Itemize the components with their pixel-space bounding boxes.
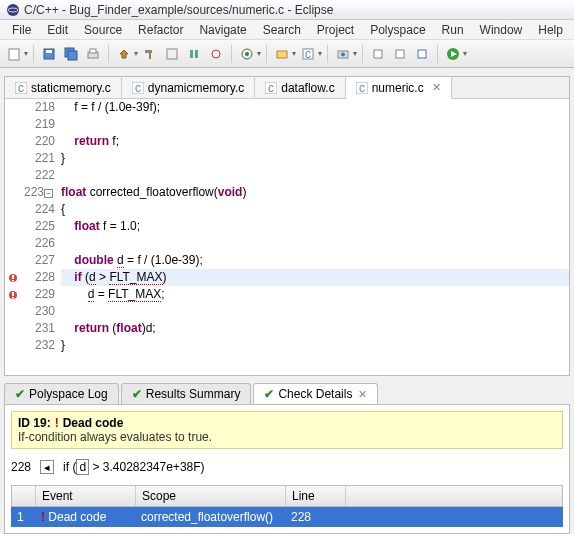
c-file-icon: c <box>15 82 27 94</box>
save-button[interactable] <box>39 44 59 64</box>
menu-file[interactable]: File <box>4 21 39 39</box>
tab-dataflow[interactable]: c dataflow.c <box>255 77 345 98</box>
line-number-gutter: 218219220221222223−224225226227228229230… <box>21 99 61 375</box>
svg-text:c: c <box>18 82 24 94</box>
check-details-content: ID 19: ! Dead code If-condition always e… <box>4 404 570 534</box>
menubar: File Edit Source Refactor Navigate Searc… <box>0 20 574 40</box>
svg-rect-24 <box>418 50 426 58</box>
results-table-header: Event Scope Line <box>11 485 563 507</box>
svg-rect-8 <box>90 49 96 53</box>
code-lines[interactable]: f = f / (1.0e-39f); return f;}float corr… <box>61 99 569 375</box>
close-icon[interactable]: ✕ <box>432 81 441 94</box>
svg-rect-38 <box>12 292 14 296</box>
svg-rect-23 <box>396 50 404 58</box>
cell-n: 1 <box>11 507 35 527</box>
check-icon: ✔ <box>132 387 142 401</box>
toolbar-btn-7[interactable] <box>412 44 432 64</box>
svg-rect-2 <box>9 49 19 60</box>
eclipse-icon <box>6 3 20 17</box>
svg-rect-12 <box>190 50 193 58</box>
error-icon: ! <box>55 416 59 430</box>
svg-text:c: c <box>359 82 365 94</box>
toolbar-btn-6[interactable] <box>390 44 410 64</box>
cell-scope: corrected_floatoverflow() <box>135 507 285 527</box>
folder-icon[interactable] <box>272 44 292 64</box>
tab-label: numeric.c <box>372 81 424 95</box>
menu-project[interactable]: Project <box>309 21 362 39</box>
svg-rect-10 <box>149 52 151 59</box>
menu-window[interactable]: Window <box>472 21 531 39</box>
print-button[interactable] <box>83 44 103 64</box>
detail-boxed: d <box>76 459 89 475</box>
bottom-panel: ✔ Polyspace Log ✔ Results Summary ✔ Chec… <box>4 380 570 534</box>
detail-line-num: 228 <box>11 460 31 474</box>
c-file-icon: c <box>356 82 368 94</box>
menu-source[interactable]: Source <box>76 21 130 39</box>
toolbar-btn-5[interactable] <box>368 44 388 64</box>
tab-dynamicmemory[interactable]: c dynamicmemory.c <box>122 77 255 98</box>
toolbar-btn-2[interactable] <box>184 44 204 64</box>
menu-help[interactable]: Help <box>530 21 571 39</box>
tab-label: dynamicmemory.c <box>148 81 244 95</box>
hammer-icon[interactable] <box>140 44 160 64</box>
check-title: Dead code <box>63 416 124 430</box>
tab-label: Polyspace Log <box>29 387 108 401</box>
col-event[interactable]: Event <box>36 486 136 506</box>
id-label: ID 19: <box>18 416 51 430</box>
detail-post: > 3.40282347e+38F) <box>89 460 204 474</box>
col-scope[interactable]: Scope <box>136 486 286 506</box>
col-line[interactable]: Line <box>286 486 346 506</box>
menu-navigate[interactable]: Navigate <box>191 21 254 39</box>
tab-label: dataflow.c <box>281 81 334 95</box>
svg-text:c: c <box>135 82 141 94</box>
check-icon: ✔ <box>264 387 274 401</box>
editor-area: c staticmemory.c c dynamicmemory.c c dat… <box>4 76 570 376</box>
svg-rect-17 <box>277 51 287 58</box>
svg-text:c: c <box>268 82 274 94</box>
toolbar-btn-4[interactable]: c <box>298 44 318 64</box>
titlebar: C/C++ - Bug_Finder_example/sources/numer… <box>0 0 574 20</box>
warning-subtitle: If-condition always evaluates to true. <box>18 430 556 444</box>
menu-edit[interactable]: Edit <box>39 21 76 39</box>
build-button[interactable] <box>114 44 134 64</box>
tab-polyspace-log[interactable]: ✔ Polyspace Log <box>4 383 119 404</box>
menu-run[interactable]: Run <box>434 21 472 39</box>
svg-rect-39 <box>12 297 14 299</box>
menu-refactor[interactable]: Refactor <box>130 21 191 39</box>
camera-icon[interactable] <box>333 44 353 64</box>
cell-line: 228 <box>285 507 345 527</box>
code-area[interactable]: 218219220221222223−224225226227228229230… <box>5 99 569 375</box>
tab-staticmemory[interactable]: c staticmemory.c <box>5 77 122 98</box>
check-icon: ✔ <box>15 387 25 401</box>
c-file-icon: c <box>132 82 144 94</box>
close-icon[interactable]: ✕ <box>358 388 367 401</box>
c-file-icon: c <box>265 82 277 94</box>
col-n[interactable] <box>12 486 36 506</box>
warning-box: ID 19: ! Dead code If-condition always e… <box>11 411 563 449</box>
svg-rect-36 <box>12 280 14 282</box>
detail-code-line: 228 ◂ if (d > 3.40282347e+38F) <box>11 457 563 475</box>
new-button[interactable] <box>4 44 24 64</box>
cell-event: ! Dead code <box>35 507 135 527</box>
warning-title: ID 19: ! Dead code <box>18 416 556 430</box>
tab-check-details[interactable]: ✔ Check Details ✕ <box>253 383 378 404</box>
svg-rect-13 <box>195 50 198 58</box>
debug-target-icon[interactable] <box>237 44 257 64</box>
toolbar-btn-1[interactable] <box>162 44 182 64</box>
svg-point-21 <box>341 52 345 56</box>
table-row[interactable]: 1 ! Dead code corrected_floatoverflow() … <box>11 507 563 527</box>
toolbar-btn-3[interactable] <box>206 44 226 64</box>
bottom-tabs: ✔ Polyspace Log ✔ Results Summary ✔ Chec… <box>4 380 570 404</box>
menu-polyspace[interactable]: Polyspace <box>362 21 433 39</box>
tab-results-summary[interactable]: ✔ Results Summary <box>121 383 252 404</box>
detail-pre: if ( <box>63 460 76 474</box>
back-arrow-icon[interactable]: ◂ <box>40 460 54 474</box>
run-button[interactable] <box>443 44 463 64</box>
tab-label: staticmemory.c <box>31 81 111 95</box>
editor-tabs: c staticmemory.c c dynamicmemory.c c dat… <box>5 77 569 99</box>
menu-search[interactable]: Search <box>255 21 309 39</box>
save-all-button[interactable] <box>61 44 81 64</box>
gutter-markers <box>5 99 21 375</box>
svg-point-0 <box>7 4 19 16</box>
tab-numeric[interactable]: c numeric.c ✕ <box>346 77 452 99</box>
